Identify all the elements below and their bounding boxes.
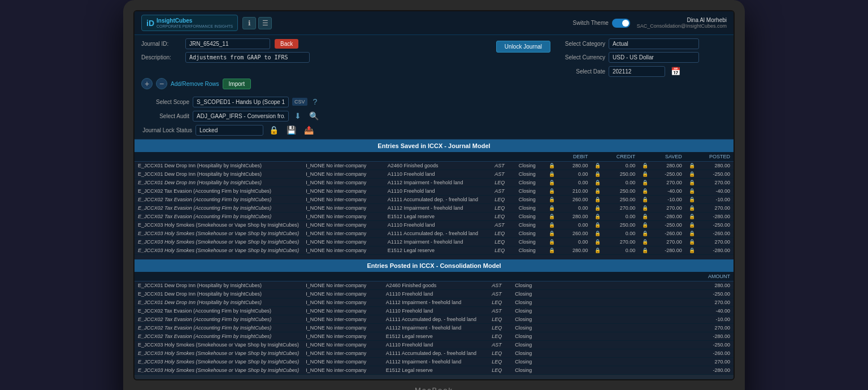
journal-id-label: Journal ID: [141,41,181,47]
add-row-button[interactable]: + [141,78,153,89]
save-icon[interactable]: 💾 [284,124,298,136]
td-con-type: AST [488,341,511,349]
th-credit: CREDIT [604,152,639,162]
td-con-interco: I_NONE No inter-company [302,366,382,375]
currency-select[interactable] [609,52,699,63]
back-button[interactable]: Back [275,39,298,49]
td-debit: 0.00 [558,238,592,246]
td-lock2: 🔒 [591,162,604,170]
td-lock2: 🔒 [591,246,604,255]
th-interco [302,152,384,162]
td-con-period: Closing [511,290,541,298]
td-con-entity: E_JCCX02 Tax Evasion (Accounting Firm by… [134,324,302,332]
journal-row: E_JCCX01 Dew Drop Inn (Hospitality by In… [134,162,734,170]
help-icon[interactable]: ? [311,96,320,107]
td-period: Closing [515,246,545,255]
td-interco: I_NONE No inter-company [302,246,384,255]
td-account: A1111 Accumulated dep. - freehold land [384,229,491,238]
csv-icon[interactable]: CSV [292,98,307,106]
consolidation-row: E_JCCX03 Holy Smokes (Smokehouse or Vape… [134,341,734,349]
td-saved: -250.00 [652,170,685,179]
info-button[interactable]: ℹ [242,17,256,29]
td-con-interco: I_NONE No inter-company [302,358,382,366]
td-con-spacer [541,349,699,358]
toolbar-actions: + − Add/Remove Rows Import [141,78,489,89]
td-con-interco: I_NONE No inter-company [302,290,382,298]
lock-status-row: Journal Lock Status 🔒 💾 📤 [141,124,321,136]
td-posted: -260.00 [698,229,734,238]
consolidation-row: E_JCCX02 Tax Evasion (Accounting Firm by… [134,315,734,324]
theme-switcher: Switch Theme [573,19,630,28]
td-lock4: 🔒 [685,238,698,246]
toolbar: Journal ID: Back Description: Adjustment… [134,35,734,140]
td-entity: E_JCCX01 Dew Drop Inn (Hospitality by In… [134,170,302,179]
consolidation-row: E_JCCX03 Holy Smokes (Smokehouse or Vape… [134,358,734,366]
lock-icon[interactable]: 🔒 [267,124,281,136]
td-saved: -40.00 [652,187,685,196]
td-credit: 250.00 [604,170,639,179]
user-email: SAC_Consolidation@InsightCubes.com [637,23,727,29]
journal-row: E_JCCX02 Tax Evasion (Accounting Firm by… [134,187,734,196]
td-con-period: Closing [511,315,541,324]
menu-button[interactable]: ☰ [258,17,272,29]
td-con-period: Closing [511,366,541,375]
td-credit: 0.00 [604,246,639,255]
td-con-period: Closing [511,349,541,358]
header-icon-group: ℹ ☰ [242,17,272,29]
audit-select[interactable] [193,111,289,122]
download-icon[interactable]: ⬇ [292,110,303,122]
td-account: A1112 Impairment - freehold land [384,204,491,213]
theme-toggle[interactable] [612,19,630,28]
td-lock2: 🔒 [591,238,604,246]
td-account: E1512 Legal reserve [384,213,491,221]
td-account: A1110 Freehold land [384,170,491,179]
lock-status-input[interactable] [196,125,263,136]
td-con-account: A1110 Freehold land [383,290,488,298]
remove-row-button[interactable]: − [156,78,167,89]
journal-table-body: E_JCCX01 Dew Drop Inn (Hospitality by In… [134,162,734,255]
td-con-interco: I_NONE No inter-company [302,332,382,341]
td-con-amount: -280.00 [699,332,734,341]
td-lock4: 🔒 [685,221,698,229]
td-con-interco: I_NONE No inter-company [302,324,382,332]
td-type: AST [491,187,515,196]
logo-box: iD InsightCubes CORPORATE PERFORMANCE IN… [141,15,238,31]
td-lock1: 🔒 [545,162,558,170]
laptop-chin: MacBook [133,380,735,390]
td-con-account: E1512 Legal reserve [383,332,488,341]
import-button[interactable]: Import [223,79,251,89]
td-con-type: LEQ [488,358,511,366]
td-posted: 270.00 [698,179,734,187]
td-lock3: 🔒 [639,238,652,246]
th-account [384,152,491,162]
logo-name: InsightCubes [157,18,233,24]
consolidation-table-wrapper: AMOUNT E_JCCX01 Dew Drop Inn (Hospitalit… [134,272,734,375]
calendar-icon[interactable]: 📅 [669,66,683,77]
td-con-account: A1110 Freehold land [383,341,488,349]
td-con-spacer [541,358,699,366]
description-input[interactable]: Adjustments from GAAP to IFRS [185,52,310,63]
audit-row: Select Audit ⬇ 🔍 [141,110,321,122]
date-input[interactable] [609,66,665,77]
search-icon[interactable]: 🔍 [307,110,321,122]
td-debit: 0.00 [558,221,592,229]
lock-status-label: Journal Lock Status [141,127,192,133]
td-con-account: A1112 Impairment - freehold land [383,298,488,307]
category-select[interactable] [609,38,699,49]
audit-label: Select Audit [141,113,189,119]
add-remove-label[interactable]: Add/Remove Rows [171,81,219,87]
journal-id-row: Journal ID: Back [141,38,489,49]
logo-icon: iD [146,19,154,28]
consolidation-row: E_JCCX02 Tax Evasion (Accounting Firm by… [134,332,734,341]
td-credit: 250.00 [604,221,639,229]
journal-id-input[interactable] [185,38,270,49]
td-con-spacer [541,298,699,307]
td-con-type: LEQ [488,349,511,358]
export-icon[interactable]: 📤 [302,124,316,136]
scope-select[interactable] [193,97,289,107]
unlock-journal-button[interactable]: Unlock Journal [496,41,550,53]
td-lock1: 🔒 [545,213,558,221]
td-con-spacer [541,332,699,341]
user-info: Dina Al Morhebi SAC_Consolidation@Insigh… [637,17,727,29]
td-lock2: 🔒 [591,196,604,204]
